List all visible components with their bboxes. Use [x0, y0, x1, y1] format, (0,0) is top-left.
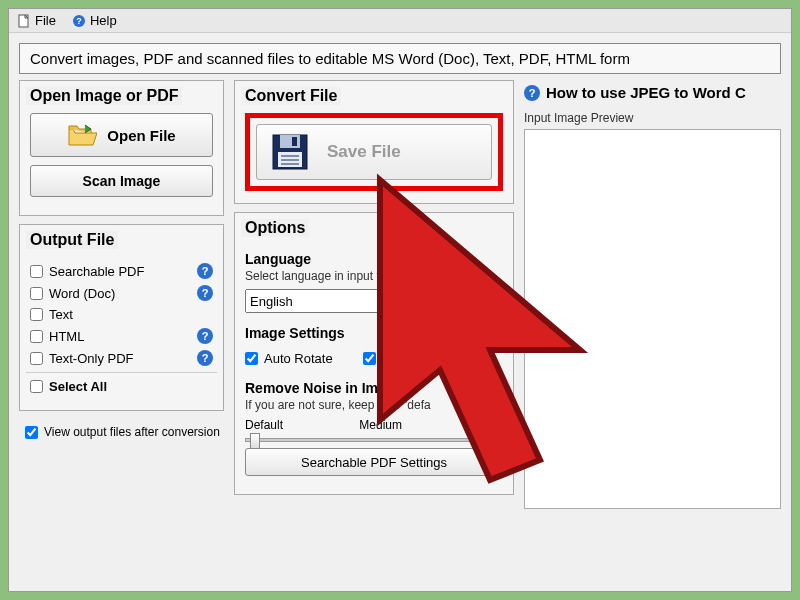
- noise-slider[interactable]: [245, 438, 503, 442]
- help-icon[interactable]: ?: [197, 263, 213, 279]
- options-title: Options: [241, 219, 309, 237]
- scan-image-button[interactable]: Scan Image: [30, 165, 213, 197]
- remove-noise-heading: Remove Noise in Image: [245, 380, 503, 396]
- preview-label: Input Image Preview: [524, 111, 781, 125]
- output-option-label: Text-Only PDF: [49, 351, 134, 366]
- remove-noise-subtext: If you are not sure, keep it as "defa: [245, 398, 503, 412]
- output-option-label: Text: [49, 307, 73, 322]
- open-image-group: Open Image or PDF Open File Scan Image: [19, 80, 224, 216]
- output-option-checkbox[interactable]: [30, 287, 43, 300]
- output-option-row[interactable]: HTML?: [30, 328, 213, 344]
- output-option-row[interactable]: Searchable PDF?: [30, 263, 213, 279]
- howto-link[interactable]: ? How to use JPEG to Word C: [524, 84, 781, 101]
- output-option-checkbox[interactable]: [30, 330, 43, 343]
- input-image-preview: [524, 129, 781, 509]
- banner-text: Convert images, PDF and scanned files to…: [19, 43, 781, 74]
- file-icon: [17, 14, 31, 28]
- auto-rotate-row[interactable]: Auto Rotate: [245, 351, 333, 366]
- slider-mid-label: Medium: [359, 418, 402, 432]
- output-file-group: Output File Searchable PDF?Word (Doc)?Te…: [19, 224, 224, 411]
- menu-file[interactable]: File: [17, 13, 56, 28]
- help-icon: ?: [524, 85, 540, 101]
- menubar: File ? Help: [9, 9, 791, 33]
- help-menu-icon: ?: [72, 14, 86, 28]
- select-all-row[interactable]: Select All: [30, 379, 213, 394]
- view-output-row[interactable]: View output files after conversion: [25, 425, 224, 439]
- deskew-label: Desk: [382, 351, 412, 366]
- select-all-checkbox[interactable]: [30, 380, 43, 393]
- help-icon[interactable]: ?: [197, 350, 213, 366]
- open-file-label: Open File: [107, 127, 175, 144]
- language-heading: Language: [245, 251, 503, 267]
- output-option-row[interactable]: Text: [30, 307, 213, 322]
- scan-image-label: Scan Image: [83, 173, 161, 189]
- slider-low-label: Default: [245, 418, 283, 432]
- language-select[interactable]: English: [245, 289, 503, 313]
- select-all-label: Select All: [49, 379, 107, 394]
- save-file-label: Save File: [327, 142, 401, 162]
- language-subtext: Select language in input file: [245, 269, 503, 283]
- slider-labels: Default Medium High: [245, 418, 503, 432]
- output-option-checkbox[interactable]: [30, 265, 43, 278]
- svg-text:?: ?: [76, 16, 82, 26]
- pdf-settings-label: Searchable PDF Settings: [301, 455, 447, 470]
- output-option-row[interactable]: Text-Only PDF?: [30, 350, 213, 366]
- auto-rotate-label: Auto Rotate: [264, 351, 333, 366]
- output-option-label: Word (Doc): [49, 286, 115, 301]
- output-option-label: HTML: [49, 329, 84, 344]
- floppy-disk-icon: [271, 133, 309, 171]
- howto-label: How to use JPEG to Word C: [546, 84, 746, 101]
- output-file-title: Output File: [26, 231, 118, 249]
- convert-file-title: Convert File: [241, 87, 341, 105]
- help-icon[interactable]: ?: [197, 285, 213, 301]
- view-output-checkbox[interactable]: [25, 426, 38, 439]
- menu-help-label: Help: [90, 13, 117, 28]
- folder-open-icon: [67, 123, 97, 147]
- output-option-row[interactable]: Word (Doc)?: [30, 285, 213, 301]
- convert-file-group: Convert File: [234, 80, 514, 204]
- view-output-label: View output files after conversion: [44, 425, 220, 439]
- menu-help[interactable]: ? Help: [72, 13, 117, 28]
- output-option-checkbox[interactable]: [30, 308, 43, 321]
- output-option-checkbox[interactable]: [30, 352, 43, 365]
- slider-thumb[interactable]: [250, 433, 260, 449]
- open-file-button[interactable]: Open File: [30, 113, 213, 157]
- deskew-row[interactable]: Desk: [363, 351, 412, 366]
- auto-rotate-checkbox[interactable]: [245, 352, 258, 365]
- slider-high-label: High: [478, 418, 503, 432]
- svg-rect-5: [292, 137, 297, 146]
- image-settings-heading: Image Settings: [245, 325, 503, 341]
- output-option-label: Searchable PDF: [49, 264, 144, 279]
- options-group: Options Language Select language in inpu…: [234, 212, 514, 495]
- save-file-highlight: Save File: [245, 113, 503, 191]
- open-image-title: Open Image or PDF: [26, 87, 182, 105]
- deskew-checkbox[interactable]: [363, 352, 376, 365]
- help-icon[interactable]: ?: [197, 328, 213, 344]
- pdf-settings-button[interactable]: Searchable PDF Settings: [245, 448, 503, 476]
- menu-file-label: File: [35, 13, 56, 28]
- save-file-button[interactable]: Save File: [256, 124, 492, 180]
